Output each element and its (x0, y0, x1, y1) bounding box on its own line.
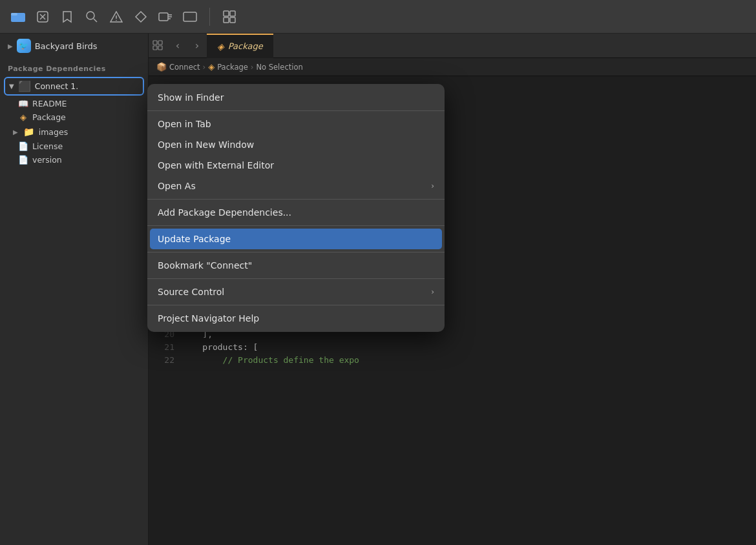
version-item[interactable]: 📄 version (0, 153, 148, 167)
svg-rect-17 (230, 17, 235, 23)
bc-no-selection: No Selection (256, 63, 302, 72)
menu-open-in-new-window[interactable]: Open in New Window (147, 134, 445, 155)
open-in-tab-label: Open in Tab (158, 119, 211, 129)
license-label: License (32, 141, 63, 151)
svg-point-8 (116, 19, 117, 21)
svg-rect-19 (158, 41, 162, 45)
source-control-arrow-icon: › (431, 287, 434, 296)
svg-point-5 (87, 12, 94, 19)
bc-package-label: Package (217, 63, 248, 72)
grid-view-icon[interactable] (149, 34, 168, 58)
code-line-21: 21 products: [ (149, 341, 756, 354)
open-with-external-editor-label: Open with External Editor (158, 160, 274, 170)
section-label: Package Dependencies (0, 58, 148, 76)
breadcrumb: 📦 Connect › ◈ Package › No Selection (149, 58, 756, 76)
readme-icon: 📖 (18, 99, 28, 108)
images-label: images (39, 127, 68, 137)
divider-5 (147, 278, 445, 279)
menu-show-in-finder[interactable]: Show in Finder (147, 87, 445, 108)
menu-add-package-dependencies[interactable]: Add Package Dependencies... (147, 202, 445, 223)
version-icon: 📄 (18, 155, 28, 165)
svg-rect-9 (159, 13, 168, 21)
open-in-new-window-label: Open in New Window (158, 139, 254, 150)
bc-sep2: › (251, 63, 254, 72)
connect-label: Connect 1. (35, 81, 79, 91)
tab-bar: ‹ › ◈ Package (149, 34, 756, 58)
package-item[interactable]: ◈ Package (0, 110, 148, 124)
readme-item[interactable]: 📖 README (0, 97, 148, 110)
images-item[interactable]: ▶ 📁 images (0, 124, 148, 139)
project-icon: 🐦 (17, 39, 31, 53)
bc-sep1: › (203, 63, 206, 72)
bc-swift-icon: ◈ (208, 62, 215, 72)
add-package-dependencies-label: Add Package Dependencies... (158, 207, 291, 218)
grid-icon[interactable] (220, 8, 238, 26)
menu-source-control[interactable]: Source Control › (147, 282, 445, 302)
version-label: version (32, 155, 62, 165)
forward-nav-button[interactable]: › (187, 34, 207, 58)
images-folder-icon: 📁 (23, 127, 35, 137)
context-menu: Show in Finder Open in Tab Open in New W… (147, 84, 445, 332)
menu-open-with-external-editor[interactable]: Open with External Editor (147, 155, 445, 176)
show-in-finder-label: Show in Finder (158, 92, 224, 103)
menu-update-package[interactable]: Update Package (150, 229, 442, 249)
search-icon[interactable] (83, 8, 101, 26)
menu-open-as[interactable]: Open As › (147, 176, 445, 196)
close-square-icon[interactable] (34, 8, 52, 26)
open-as-label: Open As (158, 181, 196, 191)
bc-connect-icon: 📦 (156, 62, 167, 72)
update-package-label: Update Package (158, 234, 231, 244)
bookmark-connect-label: Bookmark "Connect" (158, 260, 252, 271)
divider-1 (147, 110, 445, 111)
rect-icon[interactable] (181, 8, 199, 26)
swift-file-icon: ◈ (18, 112, 28, 122)
readme-label: README (32, 99, 67, 108)
svg-rect-16 (224, 17, 229, 23)
svg-rect-15 (230, 11, 235, 16)
svg-rect-21 (158, 46, 162, 50)
svg-rect-1 (11, 13, 17, 15)
svg-rect-20 (153, 46, 157, 50)
svg-rect-18 (153, 41, 157, 45)
toolbar (0, 0, 756, 34)
tab-label: Package (228, 41, 263, 51)
menu-bookmark-connect[interactable]: Bookmark "Connect" (147, 255, 445, 276)
source-control-label: Source Control (158, 287, 224, 297)
diamond-icon[interactable] (132, 8, 150, 26)
sidebar: ▶ 🐦 Backyard Birds Package Dependencies … (0, 34, 149, 545)
tab-swift-icon: ◈ (217, 41, 224, 52)
connect-package-icon: ⬛ (18, 80, 31, 92)
svg-rect-14 (224, 11, 229, 16)
connect-chevron-icon: ▼ (9, 83, 14, 90)
menu-project-navigator-help[interactable]: Project Navigator Help (147, 308, 445, 329)
project-chevron-icon: ▶ (8, 43, 13, 50)
code-line-22: 22 // Products define the expo (149, 354, 756, 367)
open-as-arrow-icon: › (431, 181, 434, 190)
divider-6 (147, 305, 445, 305)
license-icon: 📄 (18, 141, 28, 151)
license-item[interactable]: 📄 License (0, 139, 148, 153)
divider-3 (147, 225, 445, 226)
svg-rect-13 (184, 12, 196, 21)
project-label: Backyard Birds (35, 41, 98, 51)
bookmark-icon[interactable] (58, 8, 76, 26)
bc-connect-label: Connect (169, 63, 200, 72)
tag-icon[interactable] (156, 8, 174, 26)
svg-line-6 (94, 19, 97, 22)
project-row[interactable]: ▶ 🐦 Backyard Birds (0, 34, 148, 58)
back-nav-button[interactable]: ‹ (168, 34, 187, 58)
menu-open-in-tab[interactable]: Open in Tab (147, 114, 445, 134)
divider-2 (147, 199, 445, 200)
package-label: Package (32, 112, 66, 122)
warning-icon[interactable] (107, 8, 125, 26)
connect-item[interactable]: ▼ ⬛ Connect 1. (4, 77, 144, 96)
active-tab[interactable]: ◈ Package (207, 34, 273, 58)
divider-4 (147, 252, 445, 252)
images-chevron-icon: ▶ (13, 129, 18, 136)
project-navigator-help-label: Project Navigator Help (158, 313, 259, 324)
folder-icon[interactable] (9, 8, 27, 26)
